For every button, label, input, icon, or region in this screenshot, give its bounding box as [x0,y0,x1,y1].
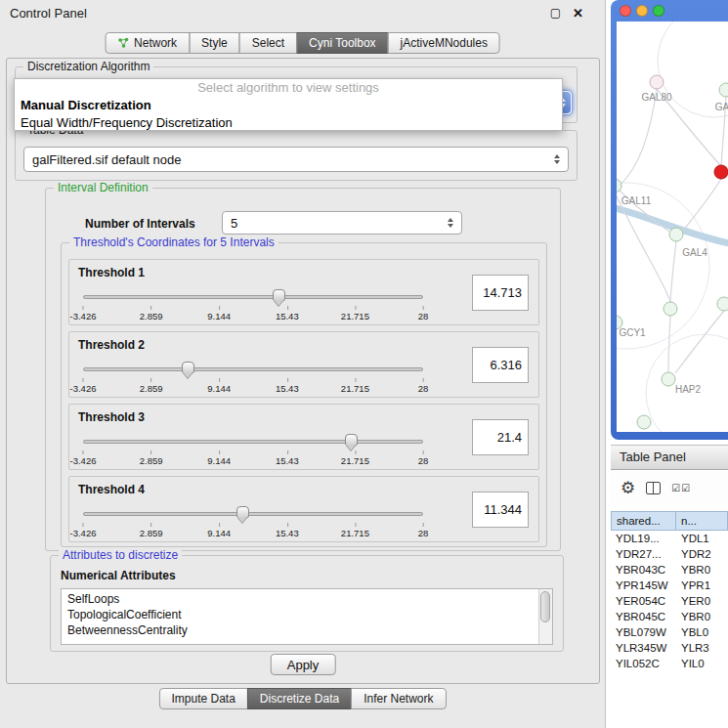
threshold-1-slider[interactable] [83,289,423,305]
threshold-2-slider[interactable] [83,362,423,377]
scrollbar-thumb[interactable] [540,591,550,622]
network-canvas[interactable]: GAL80 GA GAL11 GAL4 GCY1 HAP2 [617,21,728,432]
table-row[interactable]: YPR145WYPR1 [611,578,728,593]
layout-arc [646,334,728,432]
tab-cyni-toolbox[interactable]: Cyni Toolbox [296,32,388,54]
network-node[interactable] [662,372,675,386]
threshold-3-slider[interactable] [83,434,423,450]
tab-select[interactable]: Select [239,32,297,54]
threshold-4-value-field[interactable]: 11.344 [472,492,529,528]
tick-label: 28 [418,455,429,466]
apply-button[interactable]: Apply [271,654,336,675]
titlebar-icons: ▢ ✕ [550,7,583,20]
slider-handle[interactable] [345,434,358,446]
network-node[interactable] [650,75,664,89]
table-data-select[interactable]: galFiltered.sif default node [23,147,569,172]
select-columns-icon[interactable]: ☑☑ [671,483,691,493]
table-cell[interactable]: YBL0 [676,624,728,640]
number-of-intervals-select[interactable]: 5 [222,211,462,235]
tick-label: 2.859 [140,455,163,466]
threshold-1-label: Threshold 1 [78,266,145,279]
list-scrollbar[interactable] [538,589,552,644]
attribute-list-item[interactable]: BetweennessCentrality [62,622,538,638]
table-row[interactable]: YER054CYER0 [611,593,728,609]
numerical-attributes-list[interactable]: SelfLoopsTopologicalCoefficientBetweenne… [61,588,553,645]
table-cell[interactable]: YBR045C [611,609,676,624]
table-cell[interactable]: YDL1 [676,531,728,546]
column-header-name[interactable]: n... [676,511,728,531]
table-cell[interactable]: YIL052C [611,656,676,671]
table-cell[interactable]: YPR1 [676,578,728,593]
tick-label: 21.715 [341,383,369,394]
table-cell[interactable]: YBL079W [611,624,676,640]
column-header-shared-name[interactable]: shared... [611,511,676,531]
tab-network[interactable]: Network [105,32,190,54]
table-row[interactable]: YBR043CYBR0 [611,562,728,578]
table-row[interactable]: YDL19...YDL1 [611,531,728,546]
table-cell[interactable]: YBR0 [676,562,728,578]
tab-style[interactable]: Style [189,32,240,54]
slider-handle[interactable] [273,289,285,301]
network-node[interactable] [719,83,728,97]
table-panel-title: Table Panel [620,450,686,464]
threshold-4-slider[interactable] [83,506,423,522]
table-cell[interactable]: YER0 [676,593,728,609]
table-cell[interactable]: YLR345W [611,640,676,656]
node-label-gal4: GAL4 [682,247,707,258]
float-window-icon[interactable]: ▢ [550,7,561,19]
network-node[interactable] [664,302,677,316]
slider-tick-labels: -3.4262.8599.14415.4321.71528 [83,526,423,537]
attribute-list-item[interactable]: SelfLoops [62,591,538,607]
close-icon[interactable]: ✕ [573,7,583,20]
table-panel-titlebar: Table Panel [611,445,728,470]
slider-track[interactable] [83,295,423,299]
tab-infer-network[interactable]: Infer Network [351,688,446,709]
minimize-window-icon[interactable] [636,5,648,17]
network-node[interactable] [669,228,683,241]
table-row[interactable]: YLR345WYLR3 [611,640,728,656]
columns-icon[interactable] [646,482,661,494]
slider-tick-labels: -3.4262.8599.14415.4321.71528 [83,453,423,465]
slider-track[interactable] [83,512,423,516]
tick-label: -3.426 [70,383,97,394]
network-node[interactable] [617,179,621,193]
tab-jactivemodules[interactable]: jActiveMNodules [388,32,500,54]
tab-discretize-data[interactable]: Discretize Data [247,688,352,709]
table-row[interactable]: YDR27...YDR2 [611,546,728,562]
table-cell[interactable]: YBR043C [611,562,676,578]
table-cell[interactable]: YDL19... [611,531,676,546]
table-cell[interactable]: YBR0 [676,609,728,624]
table-row[interactable]: YIL052CYIL0 [611,656,728,671]
table-row[interactable]: YBR045CYBR0 [611,609,728,624]
table-cell[interactable]: YDR2 [676,546,728,562]
network-node-selected-red[interactable] [714,165,728,179]
table-cell[interactable]: YIL0 [676,656,728,671]
tab-label: Infer Network [364,692,433,706]
table-cell[interactable]: YDR27... [611,546,676,562]
dropdown-option-manual-discretization[interactable]: Manual Discretization [15,97,562,114]
tab-label: Select [252,36,284,50]
threshold-1-box: Threshold 1 -3.4262.8599.14415.4321.7152… [68,259,539,325]
table-cell[interactable]: YER054C [611,593,676,609]
network-node[interactable] [637,415,651,429]
zoom-window-icon[interactable] [653,5,664,17]
attribute-list-item[interactable]: TopologicalCoefficient [62,607,538,622]
dropdown-option-equal-width-frequency[interactable]: Equal Width/Frequency Discretization [15,114,562,132]
close-window-icon[interactable] [620,5,631,17]
threshold-2-value-field[interactable]: 6.316 [472,347,529,383]
threshold-1-value-field[interactable]: 14.713 [472,275,529,311]
network-graph [617,21,728,432]
gear-icon[interactable]: ⚙ [621,480,635,496]
slider-handle[interactable] [236,506,249,518]
slider-handle[interactable] [182,362,194,373]
table-cell[interactable]: YLR3 [676,640,728,656]
tab-impute-data[interactable]: Impute Data [158,688,247,709]
threshold-3-value-field[interactable]: 21.4 [472,419,529,455]
slider-track[interactable] [83,367,423,371]
table-cell[interactable]: YPR145W [611,578,676,593]
table-row[interactable]: YBL079WYBL0 [611,624,728,640]
tick-label: -3.426 [70,455,97,466]
network-node[interactable] [717,297,728,311]
tab-label: Network [134,36,177,50]
slider-track[interactable] [83,440,423,444]
